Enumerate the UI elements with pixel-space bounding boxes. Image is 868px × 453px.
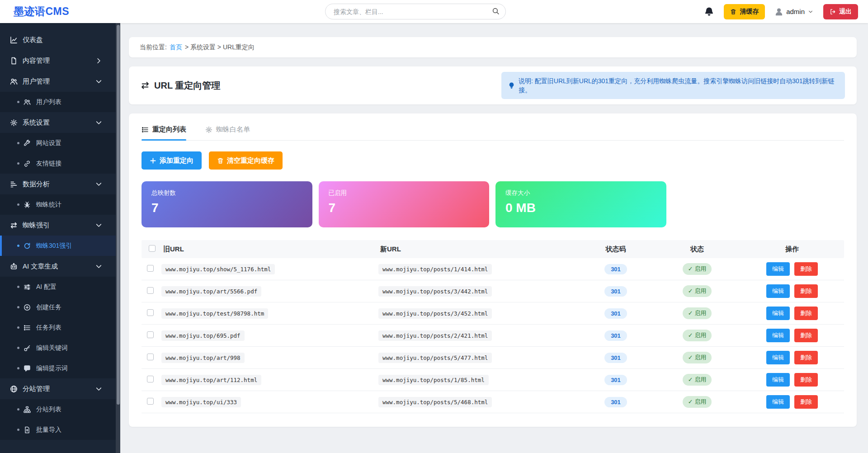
file-import-icon bbox=[24, 426, 31, 434]
sitemap-icon bbox=[24, 406, 31, 413]
delete-button[interactable]: 删除 bbox=[794, 373, 818, 387]
edit-button[interactable]: 编辑 bbox=[766, 307, 790, 320]
sidebar-item-label: 创建任务 bbox=[36, 303, 61, 311]
logout-button[interactable]: 退出 bbox=[823, 4, 858, 19]
breadcrumb-home-link[interactable]: 首页 bbox=[170, 43, 182, 52]
redirect-panel: 重定向列表 蜘蛛白名单 添加重定向 清空重定向缓存 总映射数7已启用7缓存大小0… bbox=[129, 113, 857, 427]
select-all-checkbox[interactable] bbox=[149, 245, 156, 252]
sidebar-item-label: 网站设置 bbox=[36, 139, 61, 147]
col-status-code: 状态码 bbox=[577, 245, 654, 254]
sidebar-item-sub[interactable]: 编辑提示词 bbox=[0, 358, 116, 378]
sidebar-item-top[interactable]: 数据分析 bbox=[0, 174, 116, 194]
bullet-dot bbox=[17, 306, 19, 308]
row-checkbox[interactable] bbox=[147, 376, 154, 382]
table-row: www.mojiyu.top/test/98798.htmwww.mojiyu.… bbox=[142, 302, 844, 325]
stat-label: 缓存大小 bbox=[505, 189, 656, 197]
chevron-down-icon bbox=[808, 9, 813, 14]
sidebar-item-label: 蜘蛛强引 bbox=[23, 221, 50, 230]
search-area bbox=[127, 4, 704, 19]
bullet-dot bbox=[17, 101, 19, 103]
sidebar-item-top[interactable]: 用户管理 bbox=[0, 71, 116, 92]
edit-button[interactable]: 编辑 bbox=[766, 351, 790, 364]
new-url: www.mojiyu.top/posts/1/414.html bbox=[378, 264, 492, 274]
sidebar-item-top[interactable]: 仪表盘 bbox=[0, 29, 116, 50]
sidebar-scrollbar[interactable] bbox=[116, 23, 120, 453]
chevron-down-icon bbox=[95, 385, 103, 393]
sidebar-item-sub[interactable]: 用户列表 bbox=[0, 92, 116, 112]
search-input[interactable] bbox=[325, 4, 506, 19]
stat-cards: 总映射数7已启用7缓存大小0 MB bbox=[142, 181, 844, 227]
bullet-dot bbox=[17, 286, 19, 288]
bell-icon[interactable] bbox=[704, 7, 714, 16]
row-checkbox[interactable] bbox=[147, 309, 154, 316]
delete-button[interactable]: 删除 bbox=[794, 351, 818, 364]
row-checkbox[interactable] bbox=[147, 331, 154, 338]
sidebar-item-label: 编辑提示词 bbox=[36, 364, 68, 373]
sidebar-item-label: 分站管理 bbox=[23, 385, 50, 393]
delete-button[interactable]: 删除 bbox=[794, 284, 818, 298]
row-checkbox[interactable] bbox=[147, 265, 154, 272]
sidebar-item-sub[interactable]: 蜘蛛统计 bbox=[0, 194, 116, 215]
user-menu[interactable]: admin bbox=[775, 8, 813, 16]
edit-button[interactable]: 编辑 bbox=[766, 329, 790, 342]
new-url: www.mojiyu.top/posts/1/85.html bbox=[378, 375, 489, 385]
sidebar-item-active[interactable]: 蜘蛛301强引 bbox=[0, 236, 116, 256]
stat-value: 7 bbox=[151, 201, 302, 215]
sidebar-item-sub[interactable]: AI 配置 bbox=[0, 277, 116, 297]
sidebar-item-sub[interactable]: 友情链接 bbox=[0, 153, 116, 174]
clear-redirect-cache-button[interactable]: 清空重定向缓存 bbox=[209, 151, 283, 170]
status-badge: ✓ 启用 bbox=[683, 352, 712, 363]
sidebar-item-top[interactable]: 蜘蛛强引 bbox=[0, 215, 116, 236]
clear-cache-button[interactable]: 清缓存 bbox=[724, 4, 765, 19]
sidebar-item-sub[interactable]: 批量导入 bbox=[0, 420, 116, 440]
search-icon[interactable] bbox=[492, 7, 500, 15]
row-checkbox[interactable] bbox=[147, 354, 154, 360]
app-logo[interactable]: 墨迹语CMS bbox=[14, 5, 127, 19]
delete-button[interactable]: 删除 bbox=[794, 395, 818, 409]
plus-circle-icon bbox=[24, 304, 31, 311]
old-url: www.mojiyu.top/art/112.html bbox=[161, 375, 261, 385]
edit-button[interactable]: 编辑 bbox=[766, 262, 790, 276]
tab-redirect-list[interactable]: 重定向列表 bbox=[142, 125, 186, 140]
link-icon bbox=[24, 160, 31, 167]
bullet-dot bbox=[17, 347, 19, 349]
add-redirect-button[interactable]: 添加重定向 bbox=[142, 151, 202, 170]
old-url: www.mojiyu.top/ui/333 bbox=[161, 397, 241, 407]
robot-icon bbox=[10, 263, 18, 270]
tab-bar: 重定向列表 蜘蛛白名单 bbox=[142, 125, 844, 141]
list-icon bbox=[142, 126, 149, 133]
sidebar-item-sub[interactable]: 编辑关键词 bbox=[0, 338, 116, 358]
sidebar-item-label: 用户管理 bbox=[23, 77, 50, 86]
row-checkbox[interactable] bbox=[147, 398, 154, 405]
edit-button[interactable]: 编辑 bbox=[766, 373, 790, 387]
chevron-down-icon bbox=[95, 222, 103, 229]
sidebar-item-top[interactable]: 分站管理 bbox=[0, 378, 116, 399]
sidebar-item-label: 蜘蛛301强引 bbox=[36, 242, 72, 250]
sidebar-item-top[interactable]: 系统设置 bbox=[0, 112, 116, 133]
delete-button[interactable]: 删除 bbox=[794, 329, 818, 342]
sidebar-item-top[interactable]: AI 文章生成 bbox=[0, 256, 116, 277]
sidebar-item-sub[interactable]: 分站列表 bbox=[0, 399, 116, 420]
sidebar-item-label: 用户列表 bbox=[36, 98, 61, 106]
scrollbar-thumb[interactable] bbox=[117, 25, 120, 405]
edit-button[interactable]: 编辑 bbox=[766, 395, 790, 409]
delete-button[interactable]: 删除 bbox=[794, 307, 818, 320]
tab-spider-whitelist[interactable]: 蜘蛛白名单 bbox=[205, 125, 250, 140]
wrench-icon bbox=[24, 140, 31, 147]
users-icon bbox=[24, 99, 31, 106]
exchange-icon bbox=[10, 222, 18, 229]
delete-button[interactable]: 删除 bbox=[794, 262, 818, 276]
chevron-down-icon bbox=[95, 263, 103, 270]
sidebar-item-sub[interactable]: 网站设置 bbox=[0, 133, 116, 153]
col-old-url: 旧URL bbox=[161, 245, 378, 254]
col-status: 状态 bbox=[654, 245, 740, 254]
redirect-table: 旧URL 新URL 状态码 状态 操作 www.mojiyu.top/show/… bbox=[142, 240, 844, 413]
stat-value: 0 MB bbox=[505, 201, 656, 215]
row-checkbox[interactable] bbox=[147, 287, 154, 294]
stat-card: 总映射数7 bbox=[142, 181, 312, 227]
status-badge: ✓ 启用 bbox=[683, 285, 712, 297]
sidebar-item-sub[interactable]: 创建任务 bbox=[0, 297, 116, 317]
edit-button[interactable]: 编辑 bbox=[766, 284, 790, 298]
sidebar-item-top[interactable]: 内容管理 bbox=[0, 50, 116, 71]
sidebar-item-sub[interactable]: 任务列表 bbox=[0, 317, 116, 338]
